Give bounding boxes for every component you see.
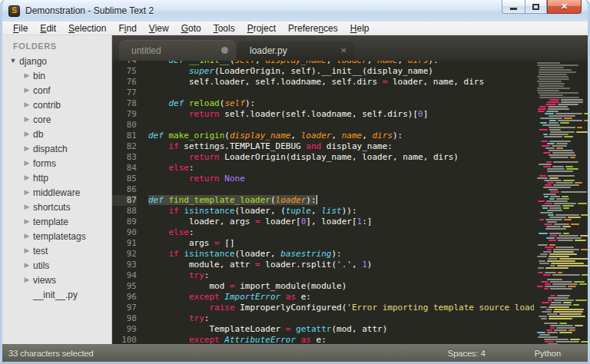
code-line[interactable]: 95 mod = import_module(module) [112, 281, 537, 292]
minimap-line [537, 336, 585, 338]
folder-collapsed-icon[interactable]: ▶ [22, 101, 31, 108]
sidebar-item-templatetags[interactable]: ▶templatetags [2, 229, 111, 243]
sidebar-item-forms[interactable]: ▶forms [2, 156, 111, 170]
tab-close-icon[interactable]: × [340, 45, 346, 55]
menu-item-view[interactable]: View [143, 22, 175, 35]
folder-collapsed-icon[interactable]: ▶ [22, 160, 31, 167]
minimap[interactable] [534, 61, 588, 344]
folder-expanded-icon[interactable]: ▼ [8, 58, 18, 65]
line-number: 93 [112, 260, 137, 270]
menu-item-file[interactable]: File [7, 22, 34, 35]
folder-collapsed-icon[interactable]: ▶ [22, 218, 31, 225]
sidebar-item-http[interactable]: ▶http [2, 170, 111, 185]
sidebar-item-contrib[interactable]: ▶contrib [2, 98, 111, 112]
code-line[interactable]: 94 try: [112, 270, 537, 281]
folder-collapsed-icon[interactable]: ▶ [22, 116, 31, 123]
minimap-line [537, 78, 585, 80]
code-line[interactable]: 99 TemplateLoader = getattr(mod, attr) [112, 324, 537, 335]
line-content: def make_origin(display_name, loader, na… [137, 131, 403, 141]
sidebar-item-core[interactable]: ▶core [2, 112, 111, 127]
code-line[interactable]: 79 return self.loader(self.loadname, sel… [112, 109, 537, 120]
code-line[interactable]: 93 module, attr = loader.rsplit('.', 1) [112, 260, 537, 270]
sidebar-item-conf[interactable]: ▶conf [2, 83, 111, 98]
menu-item-help[interactable]: Help [344, 22, 376, 35]
line-content: return None [137, 174, 245, 184]
code-line[interactable]: 90 else: [112, 227, 537, 238]
minimap-line [537, 233, 585, 234]
line-content [137, 120, 148, 131]
tab-untitled[interactable]: untitled [119, 40, 236, 61]
code-line[interactable]: 89 loader, args = loader[0], loader[1:] [112, 217, 537, 227]
sidebar-item-template[interactable]: ▶template [2, 214, 111, 229]
sidebar-item-test[interactable]: ▶test [2, 243, 111, 258]
menu-item-project[interactable]: Project [241, 22, 282, 35]
sidebar-item-views[interactable]: ▶views [2, 273, 111, 287]
code-line[interactable]: 98 try: [112, 313, 537, 324]
minimap-line [537, 214, 585, 216]
menu-item-edit[interactable]: Edit [34, 22, 62, 35]
title-bar[interactable]: S Demonstration - Sublime Text 2 ✕ [0, 0, 590, 22]
sidebar-item-django[interactable]: ▼django [2, 54, 111, 68]
sidebar-item-dispatch[interactable]: ▶dispatch [2, 141, 111, 156]
sidebar-item-init-py[interactable]: __init__.py [2, 287, 111, 302]
folder-collapsed-icon[interactable]: ▶ [22, 262, 31, 269]
menu-item-goto[interactable]: Goto [175, 22, 207, 35]
line-number: 74 [112, 61, 137, 66]
code-line[interactable]: 81def make_origin(display_name, loader, … [112, 131, 537, 141]
maximize-button[interactable] [525, 0, 547, 14]
folder-collapsed-icon[interactable]: ▶ [22, 72, 31, 79]
sidebar-item-shortcuts[interactable]: ▶shortcuts [2, 200, 111, 214]
minimap-line [537, 99, 585, 101]
folder-collapsed-icon[interactable]: ▶ [22, 189, 31, 196]
minimap-line [537, 131, 585, 133]
folder-collapsed-icon[interactable]: ▶ [22, 204, 31, 210]
minimap-line [537, 253, 585, 255]
tree-item-label: core [31, 114, 51, 125]
menu-item-find[interactable]: Find [112, 22, 142, 35]
menu-item-tools[interactable]: Tools [207, 22, 241, 35]
syntax-status[interactable]: Python [535, 349, 561, 358]
code-line[interactable]: 91 args = [] [112, 238, 537, 249]
tab-loader-py[interactable]: loader.py× [237, 40, 354, 61]
code-line[interactable]: 100 except AttributeError as e: [112, 335, 537, 344]
minimize-button[interactable] [502, 0, 525, 14]
folder-collapsed-icon[interactable]: ▶ [22, 247, 31, 254]
code-line[interactable]: 92 if isinstance(loader, basestring): [112, 249, 537, 260]
code-line[interactable]: 80 [112, 120, 537, 131]
line-content: except ImportError as e: [137, 292, 311, 303]
code-line[interactable]: 78 def reload(self): [112, 98, 537, 109]
folder-collapsed-icon[interactable]: ▶ [22, 87, 31, 94]
code-line[interactable]: 87def find_template_loader(loader): [112, 195, 537, 206]
minimap-line [537, 200, 585, 202]
code-line[interactable]: 85 return None [112, 174, 537, 184]
folder-collapsed-icon[interactable]: ▶ [22, 131, 31, 137]
code-line[interactable]: 76 self.loader, self.loadname, self.dirs… [112, 77, 537, 88]
sidebar-item-utils[interactable]: ▶utils [2, 258, 111, 273]
close-button[interactable]: ✕ [547, 0, 582, 14]
minimap-line [537, 69, 585, 71]
code-line[interactable]: 86 [112, 184, 537, 195]
menu-item-selection[interactable]: Selection [62, 22, 112, 35]
folder-collapsed-icon[interactable]: ▶ [22, 145, 31, 152]
code-line[interactable]: 77 [112, 88, 537, 98]
minimap-line [537, 263, 585, 264]
folder-collapsed-icon[interactable]: ▶ [22, 276, 31, 283]
code-line[interactable]: 82 if settings.TEMPLATE_DEBUG and displa… [112, 141, 537, 152]
indentation-status[interactable]: Spaces: 4 [448, 349, 486, 358]
code-line[interactable]: 97 raise ImproperlyConfigured('Error imp… [112, 303, 537, 313]
minimize-icon [510, 8, 517, 10]
sidebar-item-middleware[interactable]: ▶middleware [2, 185, 111, 200]
code-line[interactable]: 75 super(LoaderOrigin, self).__init__(di… [112, 66, 537, 77]
code-line[interactable]: 88 if isinstance(loader, (tuple, list)): [112, 206, 537, 217]
code-line[interactable]: 84 else: [112, 163, 537, 174]
folder-collapsed-icon[interactable]: ▶ [22, 233, 31, 240]
code-line[interactable]: 96 except ImportError as e: [112, 292, 537, 303]
minimap-line [537, 166, 585, 167]
sidebar-item-bin[interactable]: ▶bin [2, 68, 111, 83]
code-editor[interactable]: 74 def __init__(self, display_name, load… [112, 61, 588, 344]
code-line[interactable]: 83 return LoaderOrigin(display_name, loa… [112, 152, 537, 163]
folder-collapsed-icon[interactable]: ▶ [22, 174, 31, 181]
menu-item-preferences[interactable]: Preferences [282, 22, 344, 35]
sidebar-item-db[interactable]: ▶db [2, 127, 111, 141]
code-line[interactable]: 74 def __init__(self, display_name, load… [112, 61, 537, 66]
